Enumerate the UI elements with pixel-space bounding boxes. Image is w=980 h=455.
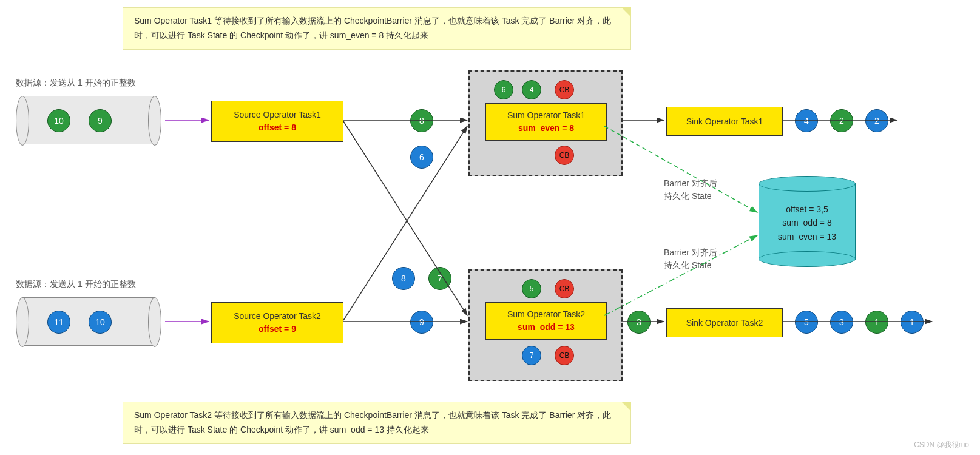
diagram-stage: Sum Operator Task1 等待接收到了所有输入数据流上的 Check… <box>0 0 980 455</box>
svg-line-5 <box>343 126 467 320</box>
svg-line-10 <box>604 126 757 212</box>
arrows-layer <box>0 0 980 455</box>
svg-line-4 <box>343 121 467 315</box>
svg-line-11 <box>604 235 757 315</box>
